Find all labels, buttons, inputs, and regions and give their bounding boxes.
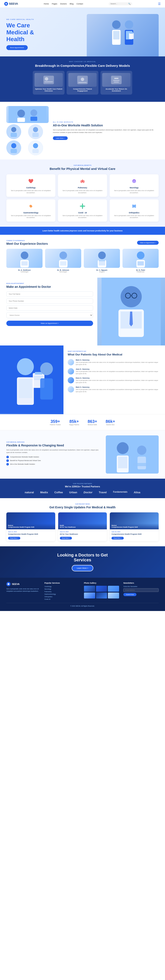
allinone-img-round-1 <box>6 124 21 139</box>
blog-tag-2: Medical <box>112 525 157 526</box>
footer-newsletter-0[interactable]: Subscribe Newsletter <box>123 586 159 587</box>
testimonial-name-0: Mark S. Sweeney <box>76 359 160 361</box>
blog-label: Our Recent News <box>6 503 159 505</box>
svg-rect-13 <box>78 82 87 83</box>
stomach-icon <box>27 202 35 210</box>
flex-feature-1: ✓ Benefit for Physical Mental and Virtua… <box>6 459 102 462</box>
svg-point-47 <box>84 206 85 207</box>
blog-body-2: June 18, 2023 Comprehensive Health Progr… <box>110 529 159 541</box>
stat-item-3: 86k+ Awards Won <box>105 419 115 425</box>
appt-doctor-select[interactable]: Select Doctor <box>6 312 93 318</box>
logo-text: SEEVA <box>9 2 18 5</box>
partners-grid: natural Medix Coffee Urban Doctor Travel… <box>6 491 159 494</box>
footer-services-list: Cardiology Neurology Pulmonary Gastroent… <box>44 586 80 600</box>
appointment-image-side <box>97 278 165 345</box>
nav-contact[interactable]: Contact <box>76 3 83 5</box>
footer-service-2[interactable]: Pulmonary <box>44 591 80 592</box>
svg-point-39 <box>81 205 84 207</box>
svg-rect-60 <box>137 261 144 266</box>
allinone-section: All In One Worksite All-in-One Worksite … <box>0 102 165 159</box>
footer-newsletter-1[interactable] <box>123 588 159 592</box>
doctor-specialty-0: Cardiologist <box>6 271 42 272</box>
nav-blog[interactable]: Blog <box>69 3 74 5</box>
flex-feature-text-0: Comprehensive Worksite Health Solution <box>10 456 39 458</box>
footer-photos-grid <box>84 586 119 598</box>
footer-photo-0 <box>84 586 95 592</box>
footer-service-1[interactable]: Neurology <box>44 588 80 590</box>
partner-2: Coffee <box>54 491 63 494</box>
testimonial-item-0: Mark S. Sweeney Sed ut perspiciatis unde… <box>68 359 160 366</box>
blog-section: Our Recent News Get Every Single Updates… <box>0 498 165 546</box>
nav-home[interactable]: Home <box>44 3 49 5</box>
allinone-btn[interactable]: Learn More > <box>53 136 68 140</box>
why-card-title-3: Accelerate Your Return On Investment <box>102 88 130 92</box>
svg-rect-57 <box>99 261 105 266</box>
appointment-form: Select Doctor Make an Appointment > <box>6 291 93 326</box>
svg-point-81 <box>117 442 129 454</box>
svg-rect-37 <box>82 180 83 182</box>
appt-phone-input[interactable] <box>6 298 93 304</box>
why-title: Breakthrough in Comprehensive,Flexible C… <box>6 64 159 67</box>
svg-point-9 <box>45 77 48 81</box>
svg-point-12 <box>81 78 84 81</box>
cta-bottom-title-line2: Services <box>74 558 91 562</box>
blog-img-title-1: All for Your Healthcare <box>60 526 105 528</box>
menu-button[interactable]: ☰ <box>158 2 161 5</box>
newsletter-email-input[interactable] <box>123 588 159 592</box>
why-card-3: Accelerate Your Return On Investment <box>101 71 132 95</box>
doctor-card-2: Dr. C. Nguyen Surgeon <box>84 249 120 272</box>
flexible-content: Our Medical Services Flexible & Responsi… <box>6 441 102 468</box>
flexible-section: Our Medical Services Flexible & Responsi… <box>0 430 165 479</box>
doctors-grid: Dr. A. Smithson Cardiologist Dr. B. John… <box>6 249 159 272</box>
blog-img-title-2: Comprehensive Health Program Shift <box>112 526 157 528</box>
appt-date-input[interactable] <box>6 305 93 311</box>
doctors-appointment-button[interactable]: Make an Appointment > <box>137 241 159 245</box>
appt-name-input[interactable] <box>6 291 93 297</box>
doctor-photo-1 <box>45 249 81 268</box>
flex-label: Our Medical Services <box>6 441 102 443</box>
blog-read-btn-2[interactable]: Read More > <box>112 537 124 539</box>
hero-section: We Care Medical Health We Care Medical &… <box>0 8 165 56</box>
stat-item-0: 359+ Patients Treated <box>50 419 61 425</box>
cta-bottom-title-line1: Looking a Doctors to Get <box>57 553 108 557</box>
footer-photo-3 <box>84 593 95 598</box>
nav-doctors[interactable]: Doctors <box>60 3 67 5</box>
footer-newsletter-submit[interactable]: Submit Now <box>123 593 159 596</box>
cta-bottom-button[interactable]: Learn More > <box>72 565 93 571</box>
blog-read-btn-1[interactable]: Read More > <box>60 537 72 539</box>
stat-value-1: 85k+ <box>69 419 79 424</box>
footer-service-5[interactable]: Covid-19 <box>44 598 80 600</box>
footer-service-4[interactable]: Orthopedics <box>44 596 80 597</box>
flex-feature-text-2: All-in-One Worksite Health Solution <box>10 463 35 465</box>
logo[interactable]: SEEVA <box>4 2 18 6</box>
nav-pages[interactable]: Pages <box>52 3 57 5</box>
hero-cta-button[interactable]: Book Appointment <box>6 45 28 50</box>
benefit-title-4: Covid - 19 <box>61 212 104 214</box>
allinone-title: All-in-One Worksite Health Solution <box>53 124 159 127</box>
logo-icon <box>4 2 8 6</box>
bone-icon <box>130 202 138 210</box>
newsletter-submit-button[interactable]: Submit Now <box>123 593 137 596</box>
partner-0: natural <box>25 491 34 494</box>
benefit-card-ortho: Orthopedics Sed ut perspiciatis unde omn… <box>110 199 159 222</box>
flex-feature-text-1: Benefit for Physical Mental and Virtual … <box>10 460 41 461</box>
benefit-desc-2: Sed ut perspiciatis unde omnis iste natu… <box>113 189 156 194</box>
testimonial-avatar-1 <box>68 368 74 374</box>
search-icon[interactable]: 🔍 <box>128 3 130 5</box>
appt-submit-button[interactable]: Make an Appointment > <box>6 321 93 326</box>
search-input[interactable] <box>110 3 127 5</box>
blog-img-overlay-2: Medical Comprehensive Health Program Shi… <box>110 523 159 529</box>
blog-read-btn-0[interactable]: Read More > <box>8 537 20 539</box>
benefit-title-1: Pulmonary <box>61 187 104 189</box>
blog-card-title-1: All for Your Healthcare <box>60 533 105 535</box>
blog-grid: Medical Comprehensive Health Program Shi… <box>6 512 159 541</box>
footer-service-3[interactable]: Gastroenterology <box>44 593 80 595</box>
svg-point-48 <box>21 251 28 259</box>
footer-col-newsletter-title: Newsletters <box>123 582 159 584</box>
allinone-img-round-2 <box>28 124 43 139</box>
svg-rect-74 <box>35 372 42 374</box>
partner-5: Travel <box>99 491 107 494</box>
svg-point-3 <box>125 21 133 29</box>
benefit-desc-1: Sed ut perspiciatis unde omnis iste natu… <box>61 189 104 194</box>
footer-service-0[interactable]: Cardiology <box>44 586 80 587</box>
